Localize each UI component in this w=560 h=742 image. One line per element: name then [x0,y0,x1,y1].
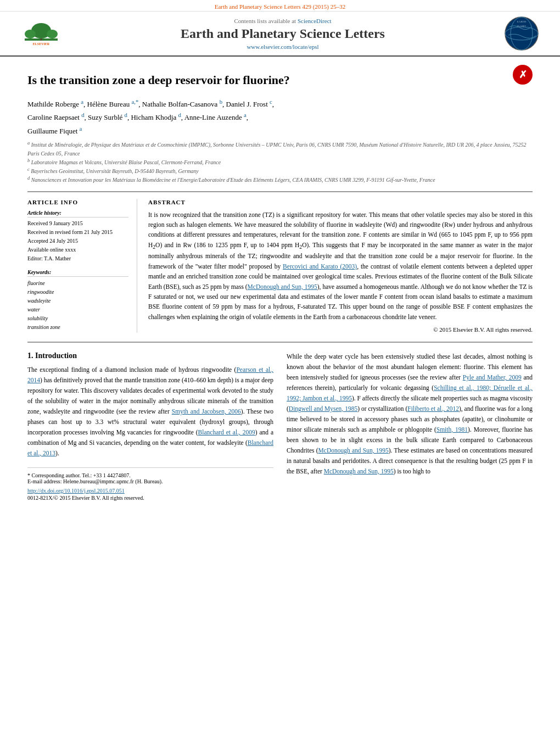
author-suzy: Suzy Surblé d, [88,113,131,121]
revised-date: Received in revised form 21 July 2015 [27,228,128,236]
svg-point-2 [25,30,36,38]
journal-url[interactable]: www.elsevier.com/locate/epsl [66,43,500,50]
svg-text:PLANET: PLANET [517,25,526,27]
affiliation-b: b Laboratoire Magmas et Volcans, Univers… [27,158,533,166]
affiliations: a Institut de Minéralogie, de Physique d… [27,140,533,184]
blanchard-link[interactable]: Blanchard et al., 2009 [198,429,255,436]
article-title: Is the transition zone a deep reservoir … [27,73,513,87]
author-helene: Hélène Bureau a,*, [87,100,142,108]
journal-header: ELSEVIER Contents lists available at Sci… [0,12,560,57]
keywords-list: fluorineringwooditewadsleyitewatersolubi… [27,279,128,332]
editor: Editor: T.A. Mather [27,255,128,263]
crossmark-icon: ✗ [513,65,533,85]
abstract-text: It is now recognized that the transition… [148,210,533,322]
author-hicham: Hicham Khodja d, [131,113,184,121]
svg-text:EARTH: EARTH [517,20,526,23]
article-info-abstract: ARTICLE INFO Article history: Received 9… [27,191,533,333]
body-content: 1. Introduction The exceptional finding … [27,352,533,501]
blanchard2-link[interactable]: Blanchard et al., 2013 [27,439,273,456]
filiberto-link[interactable]: Filiberto et al., 2012 [407,405,459,412]
authors: Mathilde Roberge a, Hélène Bureau a,*, N… [27,97,533,137]
sciencedirect-link[interactable]: ScienceDirect [298,18,332,24]
contents-line: Contents lists available at ScienceDirec… [66,18,500,24]
earth-globe-icon: EARTH PLANET [504,16,540,52]
section-divider [27,342,533,343]
journal-reference: Earth and Planetary Science Letters 429 … [215,3,346,10]
article-history-label: Article history: [27,210,128,217]
intro-right-text: While the deep water cycle has been exte… [287,352,533,477]
author-caroline: Caroline Raepsaet d, [27,113,88,121]
doi-link[interactable]: http://dx.doi.org/10.1016/j.epsl.2015.07… [27,488,125,494]
journal-name: Earth and Planetary Science Letters [66,26,500,41]
bercovici-link[interactable]: Bercovici and Karato (2003) [283,263,357,270]
author-nathalie: Nathalie Bolfan-Casanova b, [142,100,226,108]
email-line: E-mail address: Helene.bureau@impmc.upmc… [27,478,273,484]
schilling-link[interactable]: Schilling et al., 1980; Déruelle et al.,… [287,384,533,401]
author-anne: Anne-Line Auzende a, [184,113,248,121]
body-right-col: While the deep water cycle has been exte… [287,352,533,501]
keywords-section: Keywords: fluorineringwooditewadsleyitew… [27,269,128,332]
online-date: Available online xxxx [27,246,128,254]
intro-heading: 1. Introduction [27,352,273,360]
copyright: © 2015 Elsevier B.V. All rights reserved… [148,326,533,333]
mcdonough2-link[interactable]: McDonough and Sun, 1995 [318,447,389,454]
elsevier-logo: ELSEVIER [16,17,66,50]
elsevier-tree-icon: ELSEVIER [22,22,60,45]
doi-line[interactable]: http://dx.doi.org/10.1016/j.epsl.2015.07… [27,488,273,494]
earth-logo: EARTH PLANET [500,17,544,50]
accepted-date: Accepted 24 July 2015 [27,237,128,245]
affiliation-c: c Bayerisches Geoinstitut, Universität B… [27,166,533,175]
mcdonough3-link[interactable]: McDonough and Sun, 1995 [324,468,394,475]
abstract-heading: ABSTRACT [148,199,533,205]
mcdonough-link[interactable]: McDonough and Sun, 1995 [248,283,317,290]
smyth-link[interactable]: Smyth and Jacobsen, 2006 [172,408,241,415]
author-guillaume: Guillaume Fiquet a [27,127,82,135]
footnote-area: * Corresponding author. Tel.: +33 1 4427… [27,467,273,501]
main-content: Is the transition zone a deep reservoir … [0,57,560,512]
pyle-link[interactable]: Pyle and Mather, 2009 [463,374,522,381]
crossmark-badge: ✗ [513,65,533,85]
pearson-link[interactable]: Pearson et al., 2014 [27,366,273,383]
received-date: Received 9 January 2015 [27,220,128,227]
email-label: E-mail address: Helene.bureau@impmc.upmc… [27,478,163,484]
dingwell-link[interactable]: Dingwell and Mysen, 1985 [289,405,357,412]
abstract-panel: ABSTRACT It is now recognized that the t… [148,199,533,333]
corresponding-author: * Corresponding author. Tel.: +33 1 4427… [27,472,273,478]
body-left-col: 1. Introduction The exceptional finding … [27,352,273,501]
top-bar: Earth and Planetary Science Letters 429 … [0,0,560,12]
journal-title-area: Contents lists available at ScienceDirec… [66,18,500,50]
keywords-label: Keywords: [27,269,128,277]
affiliation-d: d Nanosciences et Innovation pour les Ma… [27,175,533,184]
author-mathilde: Mathilde Roberge a, [27,100,87,108]
article-info-panel: ARTICLE INFO Article history: Received 9… [27,199,137,333]
article-info-heading: ARTICLE INFO [27,199,128,205]
smith-link[interactable]: Smith, 1981 [436,426,468,433]
rights: 0012-821X/© 2015 Elsevier B.V. All right… [27,495,273,501]
affiliation-a: a Institut de Minéralogie, de Physique d… [27,140,533,157]
svg-point-3 [47,30,58,38]
author-daniel: Daniel J. Frost c, [226,100,275,108]
intro-left-text: The exceptional finding of a diamond inc… [27,365,273,459]
svg-text:ELSEVIER: ELSEVIER [33,42,50,45]
